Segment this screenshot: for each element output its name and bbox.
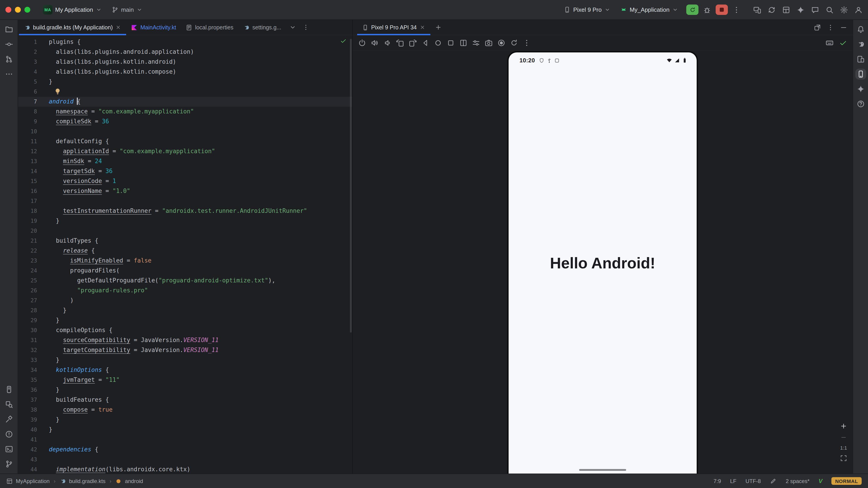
- version-control-icon[interactable]: [5, 460, 13, 468]
- code-line[interactable]: 26 "proguard-rules.pro": [18, 286, 352, 295]
- inspections-status-icon[interactable]: [340, 37, 347, 44]
- indent-widget[interactable]: 2 spaces*: [786, 478, 809, 484]
- app-inspection-icon[interactable]: [5, 400, 13, 409]
- home-icon[interactable]: [434, 39, 442, 47]
- close-window-button[interactable]: [5, 7, 11, 13]
- rotate-left-icon[interactable]: [396, 39, 404, 47]
- encoding-widget[interactable]: UTF-8: [745, 478, 761, 484]
- zoom-in-button[interactable]: [840, 422, 847, 430]
- open-in-window-icon[interactable]: [814, 24, 821, 31]
- more-tool-windows-icon[interactable]: [5, 70, 13, 78]
- code-line[interactable]: 42dependencies {: [18, 445, 352, 455]
- code-line[interactable]: 22 release {: [18, 246, 352, 256]
- code-line[interactable]: 20: [18, 226, 352, 236]
- code-line[interactable]: 29 }: [18, 315, 352, 325]
- zoom-reset-button[interactable]: 1:1: [840, 445, 847, 451]
- pull-request-icon[interactable]: [5, 55, 13, 63]
- code-line[interactable]: 27 ): [18, 295, 352, 305]
- settings-icon[interactable]: [840, 6, 848, 14]
- ideavim-icon[interactable]: V: [818, 478, 822, 484]
- editor-tab[interactable]: local.properties: [181, 20, 239, 35]
- build-icon[interactable]: [5, 415, 13, 423]
- hide-panel-icon[interactable]: [840, 24, 847, 31]
- profile-icon[interactable]: [855, 6, 863, 14]
- device-manager-icon[interactable]: [857, 55, 865, 63]
- code-line[interactable]: 1plugins {: [18, 37, 352, 47]
- add-device-tab-button[interactable]: [435, 24, 442, 31]
- code-line[interactable]: 21 buildTypes {: [18, 236, 352, 246]
- more-vertical-icon[interactable]: [523, 39, 531, 47]
- code-line[interactable]: 9 compileSdk = 36: [18, 117, 352, 127]
- code-line[interactable]: 36 }: [18, 385, 352, 395]
- zoom-out-button[interactable]: [840, 434, 847, 441]
- code-line[interactable]: 4 alias(libs.plugins.kotlin.compose): [18, 67, 352, 77]
- gesture-navigation-bar[interactable]: [579, 469, 626, 471]
- code-line[interactable]: 17: [18, 196, 352, 206]
- keyboard-icon[interactable]: [826, 39, 834, 47]
- recents-icon[interactable]: [447, 39, 455, 47]
- code-line[interactable]: 10: [18, 127, 352, 136]
- code-line[interactable]: 24 proguardFiles(: [18, 266, 352, 275]
- hidden-tabs-chevron-icon[interactable]: [289, 24, 296, 31]
- code-line[interactable]: 40}: [18, 425, 352, 435]
- code-line[interactable]: 6: [18, 87, 352, 97]
- breadcrumb-item[interactable]: MyApplication: [16, 478, 50, 484]
- code-line[interactable]: 11 defaultConfig {: [18, 136, 352, 147]
- code-line[interactable]: 23 isMinifyEnabled = false: [18, 256, 352, 266]
- shortcuts-icon[interactable]: [472, 39, 480, 47]
- editor-tab[interactable]: MainActivity.kt: [126, 20, 181, 35]
- code-line[interactable]: 31 sourceCompatibility = JavaVersion.VER…: [18, 335, 352, 345]
- close-tab-icon[interactable]: [420, 24, 426, 30]
- volume-down-icon[interactable]: [383, 39, 392, 47]
- code-line[interactable]: 19 }: [18, 216, 352, 226]
- fold-icon[interactable]: [459, 39, 467, 47]
- notifications-icon[interactable]: [857, 25, 865, 33]
- screen-record-icon[interactable]: [497, 39, 505, 47]
- feedback-icon[interactable]: [811, 6, 819, 14]
- power-icon[interactable]: [358, 39, 366, 47]
- cursor-position-widget[interactable]: 7:9: [714, 478, 721, 484]
- close-tab-icon[interactable]: [116, 24, 121, 30]
- project-selector[interactable]: MA My Application: [39, 3, 105, 17]
- code-line[interactable]: 33 }: [18, 355, 352, 365]
- code-line[interactable]: 39 }: [18, 415, 352, 425]
- more-vertical-icon[interactable]: [827, 24, 834, 31]
- breadcrumb-item[interactable]: build.gradle.kts: [69, 478, 105, 484]
- vim-mode-badge[interactable]: NORMAL: [832, 477, 862, 485]
- code-line[interactable]: 15 versionCode = 1: [18, 176, 352, 186]
- project-folder-icon[interactable]: [5, 25, 13, 33]
- line-separator-widget[interactable]: LF: [730, 478, 737, 484]
- live-edit-check-icon[interactable]: [839, 39, 847, 47]
- problems-icon[interactable]: [5, 430, 13, 438]
- gradle-icon[interactable]: [857, 40, 865, 48]
- code-line[interactable]: 32 targetCompatibility = JavaVersion.VER…: [18, 345, 352, 355]
- breadcrumb-item[interactable]: android: [125, 478, 143, 484]
- device-selector[interactable]: Pixel 9 Pro: [560, 4, 614, 15]
- code-line[interactable]: 37 buildFeatures {: [18, 395, 352, 405]
- code-line[interactable]: 7android {: [18, 97, 352, 107]
- sync-project-icon[interactable]: [768, 6, 776, 14]
- code-line[interactable]: 30 compileOptions {: [18, 325, 352, 335]
- debug-button[interactable]: [703, 6, 711, 14]
- volume-up-icon[interactable]: [371, 39, 379, 47]
- editor-tab[interactable]: build.gradle.kts (My Application): [19, 20, 126, 35]
- editor-tab[interactable]: settings.g...: [238, 20, 286, 35]
- running-devices-icon[interactable]: [857, 70, 865, 78]
- code-line[interactable]: 14 targetSdk = 36: [18, 166, 352, 176]
- rerun-button[interactable]: [686, 4, 699, 15]
- code-line[interactable]: 5}: [18, 77, 352, 87]
- zoom-to-fit-button[interactable]: [840, 455, 847, 462]
- search-icon[interactable]: [826, 6, 834, 14]
- code-editor[interactable]: 1plugins {2 alias(libs.plugins.android.a…: [18, 35, 352, 474]
- quickfix-lightbulb-icon[interactable]: [54, 88, 61, 95]
- commit-icon[interactable]: [5, 40, 13, 48]
- code-line[interactable]: 8 namespace = "com.example.myapplication…: [18, 107, 352, 117]
- code-line[interactable]: 34 kotlinOptions {: [18, 365, 352, 375]
- code-line[interactable]: 13 minSdk = 24: [18, 156, 352, 166]
- code-line[interactable]: 38 compose = true: [18, 405, 352, 415]
- code-line[interactable]: 12 applicationId = "com.example.myapplic…: [18, 147, 352, 156]
- layout-inspector-icon[interactable]: [782, 6, 790, 14]
- run-configuration-selector[interactable]: My_Application: [617, 4, 682, 15]
- code-line[interactable]: 35 jvmTarget = "11": [18, 375, 352, 385]
- minimize-window-button[interactable]: [15, 7, 21, 13]
